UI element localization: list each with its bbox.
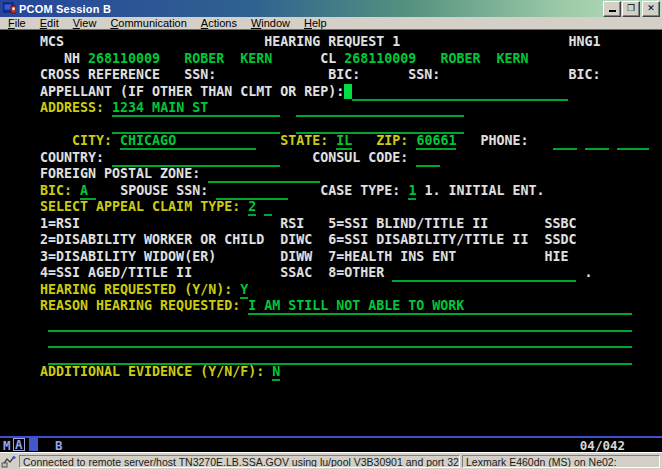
terminal-field[interactable]	[352, 84, 568, 101]
terminal-row	[8, 397, 662, 414]
menu-item-communication[interactable]: Communication	[103, 17, 193, 29]
terminal-row: 2=DISABILITY WORKER OR CHILD DIWC 6=SSI …	[8, 232, 662, 249]
terminal-field[interactable]	[48, 348, 632, 365]
menu-item-edit[interactable]: Edit	[33, 17, 66, 29]
terminal-field[interactable]: 1234 MAIN ST	[112, 100, 280, 117]
terminal-text: 4=SSI AGED/TITLE II	[40, 265, 192, 280]
terminal-text: 1=RSI	[40, 216, 80, 231]
restore-button[interactable]: ❐	[622, 1, 640, 17]
terminal-field[interactable]	[296, 117, 464, 134]
terminal-area[interactable]: MCS HEARING REQUEST 1 HNG1 NH 268110009 …	[0, 30, 662, 436]
terminal-field[interactable]: I AM STILL NOT ABLE TO WORK	[248, 298, 632, 315]
minimize-icon	[609, 10, 616, 12]
terminal-field[interactable]	[585, 133, 609, 150]
terminal-row: 3=DISABILITY WIDOW(ER) DIWW 7=HEALTH INS…	[8, 249, 662, 266]
terminal-field[interactable]: 1	[408, 183, 416, 200]
terminal-text: CONSUL CODE:	[312, 150, 408, 165]
terminal-text: FOREIGN POSTAL ZONE:	[40, 166, 200, 181]
terminal-text: KERN	[240, 51, 272, 66]
terminal-field[interactable]	[48, 315, 632, 332]
terminal-field[interactable]	[416, 150, 440, 167]
minimize-button[interactable]	[603, 1, 621, 17]
terminal-row: CROSS REFERENCE SSN: BIC: SSN: BIC:	[8, 67, 662, 84]
terminal-field[interactable]	[208, 166, 320, 183]
terminal-field[interactable]: IL	[336, 133, 352, 150]
terminal-row: APPELLANT (IF OTHER THAN CLMT OR REP):	[8, 84, 662, 101]
terminal-row	[8, 381, 662, 398]
terminal-text: 268110009	[88, 51, 160, 66]
terminal-text: PHONE:	[480, 133, 528, 148]
terminal-row: 1=RSI RSI 5=SSI BLIND/TITLE II SSBC	[8, 216, 662, 233]
menu-item-view[interactable]: View	[66, 17, 104, 29]
terminal-text: SSDC	[544, 232, 576, 247]
terminal-screen[interactable]: MCS HEARING REQUEST 1 HNG1 NH 268110009 …	[0, 30, 662, 430]
terminal-text: CASE TYPE:	[320, 183, 400, 198]
terminal-row: ADDITIONAL EVIDENCE (Y/N/F): N	[8, 364, 662, 381]
terminal-row: CITY: CHICAGO STATE: IL ZIP: 60661 PHONE…	[8, 133, 662, 150]
title-bar[interactable]: PCOM Session B ❐ ✕	[0, 0, 662, 17]
oia-row: M A B 04/042	[0, 438, 662, 452]
terminal-text: 7=HEALTH INS ENT	[328, 249, 456, 264]
terminal-row: REASON HEARING REQUESTED: I AM STILL NOT…	[8, 298, 662, 315]
terminal-field[interactable]	[553, 133, 577, 150]
terminal-row	[8, 414, 662, 431]
terminal-text: DIWW	[280, 249, 312, 264]
terminal-text: APPELLANT (IF OTHER THAN CLMT OR REP):	[40, 84, 344, 99]
connection-status-text: Connected to remote server/host TN3270E.…	[19, 455, 460, 468]
terminal-field[interactable]: Y	[240, 282, 248, 299]
terminal-text: CL	[320, 51, 336, 66]
terminal-text: COUNTRY:	[40, 150, 104, 165]
terminal-field[interactable]: A	[80, 183, 96, 200]
cursor-position: 04/042	[580, 438, 625, 453]
terminal-field[interactable]	[264, 199, 272, 216]
terminal-field[interactable]	[392, 265, 576, 282]
menu-bar: FileEditViewCommunicationActionsWindowHe…	[0, 17, 662, 30]
terminal-text: BIC:	[40, 183, 72, 198]
terminal-text: ADDRESS:	[40, 100, 104, 115]
window-title: PCOM Session B	[19, 3, 602, 15]
oia-system-indicator: M	[3, 438, 11, 453]
terminal-row: MCS HEARING REQUEST 1 HNG1	[8, 34, 662, 51]
terminal-text: 6=SSI DISABILITY/TITLE II	[328, 232, 528, 247]
connection-status-icon	[1, 455, 17, 468]
terminal-text: 2=DISABILITY WORKER OR CHILD	[40, 232, 264, 247]
terminal-row: COUNTRY: CONSUL CODE:	[8, 150, 662, 167]
menu-item-file[interactable]: File	[1, 17, 33, 29]
terminal-field[interactable]	[48, 331, 632, 348]
terminal-field[interactable]	[296, 100, 464, 117]
oia-status-block	[29, 438, 38, 451]
terminal-field[interactable]	[112, 117, 280, 134]
close-button[interactable]: ✕	[642, 1, 660, 17]
menu-item-help[interactable]: Help	[297, 17, 334, 29]
terminal-text: 1. INITIAL ENT.	[424, 183, 544, 198]
terminal-field[interactable]: 60661	[416, 133, 456, 150]
terminal-field[interactable]: CHICAGO	[120, 133, 256, 150]
terminal-text: REASON HEARING REQUESTED:	[40, 298, 240, 313]
menu-item-window[interactable]: Window	[244, 17, 297, 29]
terminal-text: 3=DISABILITY WIDOW(ER)	[40, 249, 216, 264]
terminal-text: 268110009	[344, 51, 416, 66]
terminal-field[interactable]	[112, 150, 280, 167]
terminal-text: SSAC	[280, 265, 312, 280]
terminal-row	[8, 117, 662, 134]
terminal-text: HEARING REQUEST 1	[264, 34, 400, 49]
menu-item-actions[interactable]: Actions	[194, 17, 244, 29]
terminal-text: SELECT APPEAL CLAIM TYPE:	[40, 199, 240, 214]
terminal-row: HEARING REQUESTED (Y/N): Y	[8, 282, 662, 299]
printer-status-text: Lexmark E460dn (MS) on Ne02:	[462, 455, 660, 468]
terminal-text: BIC:	[328, 67, 360, 82]
terminal-field[interactable]: 2	[248, 199, 256, 216]
app-icon[interactable]	[3, 2, 16, 15]
terminal-text: HNG1	[568, 34, 600, 49]
terminal-text: KERN	[496, 51, 528, 66]
terminal-field[interactable]: N	[272, 364, 280, 381]
terminal-field[interactable]	[216, 183, 288, 200]
terminal-text: 5=SSI BLIND/TITLE II	[328, 216, 488, 231]
terminal-text: CROSS REFERENCE	[40, 67, 160, 82]
terminal-text: DIWC	[280, 232, 312, 247]
terminal-text: 8=OTHER	[328, 265, 384, 280]
terminal-row: BIC: A SPOUSE SSN: CASE TYPE: 1 1. INITI…	[8, 183, 662, 200]
terminal-row	[8, 348, 662, 365]
terminal-field[interactable]	[617, 133, 649, 150]
terminal-text: ZIP:	[376, 133, 408, 148]
